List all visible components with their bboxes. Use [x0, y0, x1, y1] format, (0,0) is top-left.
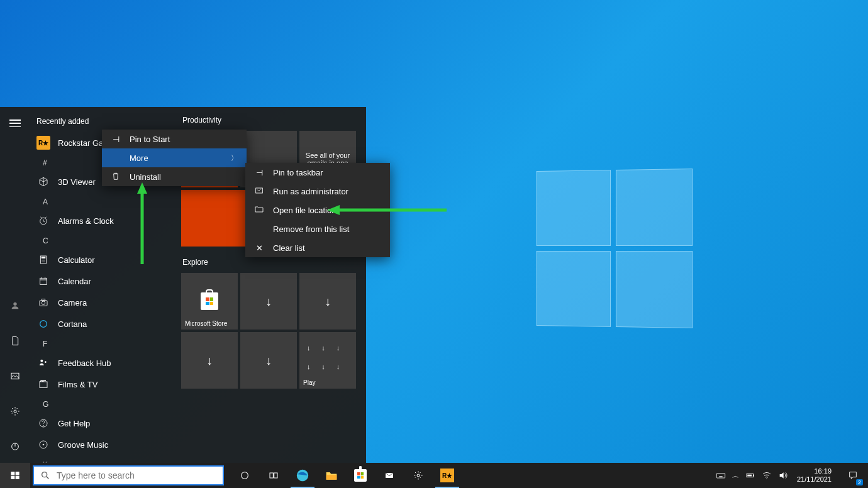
settings-button[interactable] — [0, 400, 30, 423]
tile-play[interactable]: ↓↓↓ ↓↓↓ Play — [299, 332, 356, 389]
menu-remove-from-list[interactable]: Remove from this list — [245, 219, 390, 238]
keyboard-icon — [716, 470, 726, 480]
group-productivity[interactable]: Productivity — [181, 113, 361, 131]
letter-g[interactable]: G — [35, 395, 181, 413]
letter-f[interactable]: F — [35, 335, 181, 352]
hamburger-icon — [9, 119, 21, 127]
menu-uninstall[interactable]: Uninstall — [102, 167, 247, 186]
start-rail — [0, 107, 30, 463]
tile-download-3[interactable]: ↓ — [181, 332, 238, 389]
battery-icon[interactable] — [745, 470, 755, 480]
svg-line-40 — [47, 477, 48, 479]
task-view-button[interactable] — [259, 463, 288, 488]
menu-run-admin[interactable]: Run as administrator — [245, 182, 390, 201]
menu-open-file-location[interactable]: Open file location — [245, 201, 390, 219]
letter-c[interactable]: C — [35, 231, 181, 249]
rockstar-icon: R★ — [36, 136, 50, 150]
app-feedback[interactable]: Feedback Hub — [35, 352, 181, 374]
power-button[interactable] — [0, 435, 30, 458]
clock-icon — [36, 214, 50, 228]
film-icon — [36, 377, 50, 391]
svg-point-8 — [42, 260, 42, 260]
svg-rect-38 — [16, 476, 19, 479]
menu-pin-to-start[interactable]: ⊣ Pin to Start — [102, 130, 247, 148]
svg-point-57 — [766, 479, 767, 479]
document-icon — [10, 336, 20, 346]
search-box[interactable] — [33, 465, 224, 485]
taskbar-mail[interactable] — [375, 463, 404, 488]
svg-point-19 — [42, 301, 45, 304]
power-icon — [10, 441, 20, 452]
chevron-up-icon[interactable]: ︿ — [732, 471, 739, 480]
feedback-icon — [36, 356, 50, 370]
search-input[interactable] — [57, 470, 223, 480]
tile-download-4[interactable]: ↓ — [240, 332, 297, 389]
app-label: Cortana — [58, 319, 87, 329]
tile-download-1[interactable]: ↓ — [240, 273, 297, 330]
app-films[interactable]: Films & TV — [35, 374, 181, 395]
download-icon: ↓ — [325, 294, 331, 309]
download-icon: ↓ — [206, 353, 213, 368]
svg-rect-14 — [40, 278, 47, 284]
app-alarms[interactable]: Alarms & Clock — [35, 210, 181, 231]
close-icon: ✕ — [254, 243, 264, 253]
app-calendar[interactable]: Calendar — [35, 270, 181, 292]
taskbar-rockstar[interactable]: R★ — [433, 463, 462, 488]
app-camera[interactable]: Camera — [35, 292, 181, 313]
wifi-icon[interactable] — [762, 470, 772, 480]
app-label: Camera — [58, 298, 87, 308]
download-icon: ↓ — [337, 363, 348, 370]
tile-label: Play — [303, 379, 353, 386]
app-gethelp[interactable]: Get Help — [35, 413, 181, 434]
letter-a[interactable]: A — [35, 192, 181, 210]
download-icon: ↓ — [265, 294, 272, 309]
hamburger-button[interactable] — [0, 112, 30, 135]
windows-logo-wallpaper — [537, 169, 693, 328]
menu-more[interactable]: More 〉 — [102, 148, 247, 167]
folder-icon — [254, 204, 264, 216]
group-explore[interactable]: Explore — [181, 255, 361, 273]
svg-rect-56 — [747, 475, 752, 477]
app-groove[interactable]: Groove Music — [35, 434, 181, 455]
taskbar-edge[interactable] — [288, 463, 317, 488]
taskbar-explorer[interactable] — [317, 463, 346, 488]
download-icon: ↓ — [307, 344, 319, 352]
menu-clear-list[interactable]: ✕ Clear list — [245, 238, 390, 257]
svg-point-11 — [42, 262, 42, 262]
svg-point-26 — [43, 425, 43, 426]
taskbar-store[interactable] — [346, 463, 375, 488]
documents-button[interactable] — [0, 330, 30, 352]
download-icon: ↓ — [265, 353, 272, 368]
action-center-button[interactable]: 2 — [840, 463, 865, 488]
app-label: Calculator — [58, 255, 95, 265]
cortana-button[interactable] — [230, 463, 259, 488]
taskbar-clock[interactable]: 16:19 21/11/2021 — [793, 467, 835, 484]
menu-label: Run as administrator — [273, 187, 348, 196]
download-icon: ↓ — [321, 344, 333, 352]
taskbar-settings[interactable] — [404, 463, 433, 488]
tile-store[interactable]: Microsoft Store — [181, 273, 238, 330]
svg-rect-45 — [326, 475, 337, 480]
app-cortana[interactable]: Cortana — [35, 313, 181, 335]
svg-point-39 — [42, 472, 47, 477]
pin-icon: ⊣ — [111, 135, 121, 144]
start-button[interactable] — [0, 463, 30, 488]
menu-label: Pin to taskbar — [273, 168, 323, 177]
clock-time: 16:19 — [797, 467, 832, 475]
volume-icon[interactable] — [778, 470, 788, 480]
menu-pin-taskbar[interactable]: ⊣ Pin to taskbar — [245, 163, 390, 182]
admin-icon — [254, 186, 264, 197]
app-calculator[interactable]: Calculator — [35, 249, 181, 270]
pictures-button[interactable] — [0, 365, 30, 387]
system-tray[interactable]: ︿ — [716, 470, 788, 480]
cortana-icon — [240, 470, 250, 480]
tile-label: Microsoft Store — [185, 320, 235, 327]
user-account-button[interactable] — [0, 294, 30, 317]
app-label: 3D Viewer — [58, 177, 96, 187]
svg-point-41 — [242, 472, 248, 479]
edge-icon — [296, 469, 309, 482]
letter-k[interactable]: K — [35, 455, 181, 463]
camera-icon — [36, 296, 50, 309]
menu-label: More — [130, 153, 148, 163]
tile-download-2[interactable]: ↓ — [299, 273, 356, 330]
